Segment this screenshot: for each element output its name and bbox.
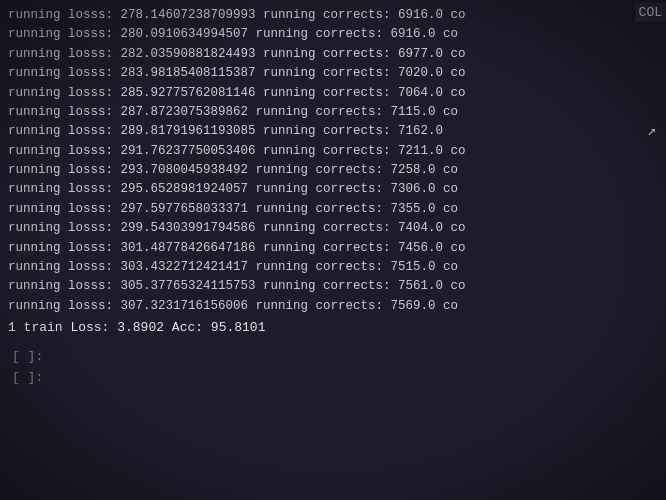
log-line: running losss: 307.3231716156006 running… [8,297,658,316]
log-line: running losss: 283.98185408115387 runnin… [8,64,658,83]
log-line-with-cursor: running losss: 289.81791961193085 runnin… [8,122,658,141]
log-line: running losss: 297.5977658033371 running… [8,200,658,219]
summary-line: 1 train Loss: 3.8902 Acc: 95.8101 [8,318,658,339]
log-line: running losss: 295.6528981924057 running… [8,180,658,199]
cell-prompt-1: [ ]: [12,349,658,364]
log-line: running losss: 293.7080045938492 running… [8,161,658,180]
log-line: running losss: 303.4322712421417 running… [8,258,658,277]
output-area: running losss: 278.14607238709993 runnin… [0,0,666,500]
log-line: running losss: 287.8723075389862 running… [8,103,658,122]
col-label: COL [635,3,666,22]
notebook-area: COL running losss: 278.14607238709993 ru… [0,0,666,500]
log-lines: running losss: 278.14607238709993 runnin… [8,6,658,339]
log-line: running losss: 301.48778426647186 runnin… [8,239,658,258]
log-line: running losss: 305.37765324115753 runnin… [8,277,658,296]
cell-bracket-1: [ ]: [12,349,43,364]
log-line: running losss: 280.0910634994507 running… [8,25,658,44]
screen: COL running losss: 278.14607238709993 ru… [0,0,666,500]
log-line: running losss: 285.92775762081146 runnin… [8,84,658,103]
cell-prompt-2: [ ]: [12,370,658,385]
cursor-arrow-icon: ↗ [647,122,656,141]
cell-bracket-2: [ ]: [12,370,43,385]
log-line: running losss: 291.76237750053406 runnin… [8,142,658,161]
log-line: running losss: 282.03590881824493 runnin… [8,45,658,64]
log-line: running losss: 278.14607238709993 runnin… [8,6,658,25]
log-line: running losss: 299.54303991794586 runnin… [8,219,658,238]
